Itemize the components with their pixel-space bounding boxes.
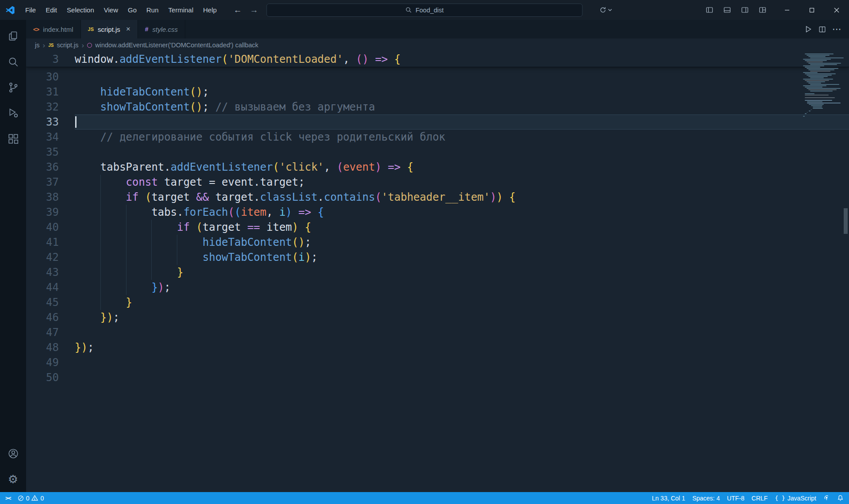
line-content[interactable] (75, 370, 849, 385)
account-icon[interactable] (0, 441, 26, 466)
menu-go[interactable]: Go (123, 0, 142, 20)
line-content[interactable]: showTabContent(i); (75, 250, 849, 265)
command-center-search[interactable]: Food_dist (267, 4, 583, 17)
line-content[interactable]: if (target && target.classList.contains(… (75, 190, 849, 205)
line-content[interactable]: tabsParent.addEventListener('click', (ev… (75, 160, 849, 175)
forward-arrow-icon[interactable]: → (250, 5, 258, 15)
encoding-setting[interactable]: UTF-8 (723, 492, 748, 504)
code-line-40[interactable]: 40 if (target == item) { (26, 220, 849, 235)
menu-edit[interactable]: Edit (41, 0, 62, 20)
bell-icon[interactable] (834, 492, 847, 504)
tab-index.html[interactable]: <>index.html (26, 20, 81, 38)
code-line-36[interactable]: 36 tabsParent.addEventListener('click', … (26, 160, 849, 175)
cursor-position[interactable]: Ln 33, Col 1 (648, 492, 689, 504)
breadcrumb-symbol[interactable]: window.addEventListener('DOMContentLoade… (95, 42, 258, 49)
toggle-sidebar-icon[interactable] (703, 4, 716, 17)
line-content[interactable] (75, 355, 849, 370)
close-tab-icon[interactable]: × (126, 25, 130, 34)
line-content[interactable]: }); (75, 280, 849, 295)
code-line-49[interactable]: 49 (26, 355, 849, 370)
extensions-icon[interactable] (0, 126, 26, 152)
minimap[interactable] (803, 53, 842, 120)
scrollbar-thumb[interactable] (844, 208, 848, 234)
code-line-34[interactable]: 34 // делегирование события click через … (26, 130, 849, 145)
menu-selection[interactable]: Selection (62, 0, 99, 20)
minimap-line (803, 85, 826, 86)
indentation-setting[interactable]: Spaces: 4 (689, 492, 723, 504)
line-content[interactable]: } (75, 295, 849, 310)
line-content[interactable] (75, 69, 849, 84)
line-content[interactable] (75, 325, 849, 340)
minimap-line (805, 73, 836, 74)
line-content[interactable]: showTabContent(); // вызываем без аргуме… (75, 99, 849, 115)
code-line-41[interactable]: 41 hideTabContent(); (26, 235, 849, 250)
line-content[interactable]: hideTabContent(); (75, 235, 849, 250)
toggle-secondary-sidebar-icon[interactable] (738, 4, 751, 17)
code-line-43[interactable]: 43 } (26, 265, 849, 280)
line-content[interactable]: tabs.forEach((item, i) => { (75, 205, 849, 220)
more-actions-button[interactable]: ⋯ (832, 24, 842, 34)
code-line-35[interactable]: 35 (26, 145, 849, 160)
maximize-button[interactable] (799, 0, 824, 20)
code-line-42[interactable]: 42 showTabContent(i); (26, 250, 849, 265)
line-content[interactable]: }); (75, 310, 849, 325)
explorer-icon[interactable] (0, 23, 26, 49)
menu-terminal[interactable]: Terminal (164, 0, 199, 20)
toggle-panel-icon[interactable] (720, 4, 734, 17)
menu-file[interactable]: File (20, 0, 41, 20)
minimap-line (810, 71, 830, 72)
code-line-44[interactable]: 44 }); (26, 280, 849, 295)
customize-layout-icon[interactable] (756, 4, 769, 17)
run-debug-icon[interactable] (0, 100, 26, 126)
line-content[interactable]: if (target == item) { (75, 220, 849, 235)
line-content[interactable]: }); (75, 340, 849, 355)
tab-style.css[interactable]: #style.css (138, 20, 185, 38)
settings-gear-icon[interactable]: ⚙ (0, 466, 26, 492)
breadcrumb-file[interactable]: script.js (57, 42, 78, 49)
code-line-46[interactable]: 46 }); (26, 310, 849, 325)
source-control-icon[interactable] (0, 75, 26, 100)
code-line-50[interactable]: 50 (26, 370, 849, 385)
code-editor[interactable]: 3 window.addEventListener('DOMContentLoa… (26, 52, 849, 492)
code-line-33[interactable]: 33 (26, 115, 849, 130)
sticky-line-content[interactable]: window.addEventListener('DOMContentLoade… (75, 52, 849, 67)
ports-icon[interactable] (820, 492, 834, 504)
split-editor-button[interactable] (818, 26, 826, 33)
code-line-47[interactable]: 47 (26, 325, 849, 340)
minimap-line (807, 61, 823, 62)
search-sidebar-icon[interactable] (0, 49, 26, 75)
editor-scrollbar[interactable] (842, 52, 849, 492)
language-mode[interactable]: { } JavaScript (771, 492, 820, 504)
css-file-icon: # (145, 26, 149, 33)
code-line-38[interactable]: 38 if (target && target.classList.contai… (26, 190, 849, 205)
close-button[interactable] (824, 0, 849, 20)
line-content[interactable]: } (75, 265, 849, 280)
run-file-button[interactable] (804, 25, 812, 33)
minimap-line (813, 108, 823, 109)
line-content[interactable] (75, 145, 849, 160)
remote-indicator[interactable]: >< (2, 492, 14, 504)
menu-view[interactable]: View (99, 0, 123, 20)
back-arrow-icon[interactable]: ← (233, 5, 242, 15)
code-line-39[interactable]: 39 tabs.forEach((item, i) => { (26, 205, 849, 220)
code-line-30[interactable]: 30 (26, 69, 849, 84)
line-content[interactable]: const target = event.target; (75, 175, 849, 190)
code-line-31[interactable]: 31 hideTabContent(); (26, 84, 849, 99)
line-content[interactable]: hideTabContent(); (75, 84, 849, 99)
problems-indicator[interactable]: 0 0 (14, 492, 48, 504)
menu-help[interactable]: Help (198, 0, 222, 20)
menu-run[interactable]: Run (142, 0, 164, 20)
sync-button[interactable] (599, 6, 612, 14)
code-line-32[interactable]: 32 showTabContent(); // вызываем без арг… (26, 99, 849, 115)
code-line-37[interactable]: 37 const target = event.target; (26, 175, 849, 190)
breadcrumb-folder[interactable]: js (35, 42, 39, 49)
code-line-45[interactable]: 45 } (26, 295, 849, 310)
minimap-line (810, 77, 824, 78)
code-line-48[interactable]: 48}); (26, 340, 849, 355)
tab-script.js[interactable]: JSscript.js× (81, 20, 138, 38)
minimize-button[interactable] (775, 0, 799, 20)
line-content[interactable]: // делегирование события click через род… (75, 130, 849, 145)
sticky-scroll-line[interactable]: 3 window.addEventListener('DOMContentLoa… (26, 52, 849, 67)
eol-setting[interactable]: CRLF (748, 492, 772, 504)
line-content[interactable] (75, 115, 849, 130)
